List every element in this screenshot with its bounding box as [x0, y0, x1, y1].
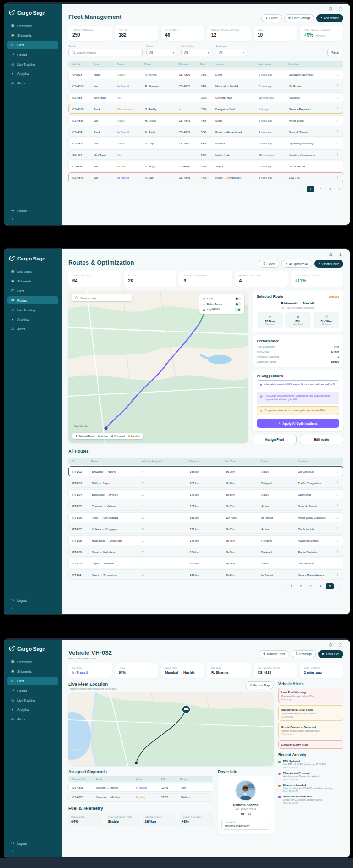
- sidebar-nav-item[interactable]: ▦ Dashboard: [7, 267, 58, 276]
- vehicle-alert[interactable]: Delivery Delay Risk: [278, 740, 343, 749]
- row-menu-icon[interactable]: ⋮: [334, 504, 339, 508]
- table-row[interactable]: CS-4838 Truck Maintenance S. Reddy – 35%…: [68, 104, 343, 114]
- sidebar-nav-item[interactable]: ▣ Shipments: [7, 31, 58, 39]
- row-menu-icon[interactable]: ⋮: [334, 118, 339, 122]
- notifications-bell-icon[interactable]: [329, 7, 333, 11]
- pagination-next[interactable]: ›: [336, 583, 343, 589]
- pagination-page[interactable]: 2: [316, 186, 324, 192]
- sidebar-nav-item[interactable]: ◎ Live Tracking: [7, 306, 58, 314]
- logout-button[interactable]: ↪ Logout: [7, 839, 58, 847]
- table-row[interactable]: CS-4846 Van In Transit A. Nair CS-4845 4…: [68, 172, 343, 182]
- pagination-prev[interactable]: ‹: [297, 186, 305, 192]
- logout-button[interactable]: ↪ Logout: [7, 207, 58, 215]
- filter-select[interactable]: All ▾: [181, 49, 212, 56]
- table-row[interactable]: CS-4841 Truck In Transit M. Patel CS-483…: [68, 127, 343, 137]
- ai-suggestion[interactable]: ⚠ Congestion detected on current path ne…: [257, 406, 339, 415]
- user-profile-icon[interactable]: [338, 7, 342, 11]
- table-row[interactable]: RT-102 Bhiwandi → Nashik 4 168 km 3h 20m…: [68, 466, 343, 476]
- sidebar-nav-item[interactable]: ◐ Analytics: [7, 706, 58, 713]
- sidebar-nav-item[interactable]: ◎ Live Tracking: [7, 60, 58, 68]
- filter-select[interactable]: All ▾: [146, 49, 177, 56]
- table-row[interactable]: RT-108 Hyderabad → Warangal 1 148 km 2h …: [68, 535, 343, 545]
- sidebar-nav-item[interactable]: ◫ Fleet: [7, 677, 58, 685]
- notifications-bell-icon[interactable]: [329, 253, 333, 257]
- pagination-page[interactable]: 1: [287, 583, 295, 589]
- table-row[interactable]: RT-110 Jaipur → Udaipur 2 394 km 7h 15m …: [68, 558, 343, 568]
- row-menu-icon[interactable]: ⋮: [334, 538, 339, 542]
- row-menu-icon[interactable]: ⋮: [334, 153, 339, 156]
- toggle-switch[interactable]: [235, 302, 241, 306]
- sidebar-nav-item[interactable]: ⚠ Alerts: [7, 79, 58, 87]
- pagination-prev[interactable]: ‹: [278, 583, 286, 589]
- sidebar-nav-item[interactable]: ◫ Fleet: [7, 41, 58, 49]
- table-row[interactable]: CS-4839 Van Active H. Desai CS-4843 48% …: [68, 115, 343, 125]
- table-row[interactable]: RT-104 Bangalore → Mysore 3 143 km 2h 50…: [68, 489, 343, 499]
- map-search-input[interactable]: [80, 297, 129, 299]
- search-input[interactable]: [77, 51, 139, 54]
- sidebar-nav-item[interactable]: ▦ Dashboard: [7, 658, 58, 666]
- sidebar-nav-item[interactable]: ◫ Fleet: [7, 287, 58, 295]
- row-menu-icon[interactable]: ⋮: [334, 527, 339, 531]
- table-row[interactable]: RT-111 Kochi → Trivandrum 1 206 km 4h 20…: [68, 569, 343, 580]
- row-menu-icon[interactable]: ⋮: [334, 84, 339, 88]
- table-row[interactable]: CS-4836 Varanasi → Mumbai Pending 23:55 …: [68, 793, 213, 802]
- user-profile-icon[interactable]: [338, 253, 342, 257]
- table-row[interactable]: CS-4842 Van Active K. Singh CS-4840 71% …: [68, 161, 343, 171]
- apply-ai-optimizations-button[interactable]: ⚡ Apply AI Optimizations: [257, 419, 339, 428]
- row-menu-icon[interactable]: ⋮: [334, 130, 339, 133]
- pagination-page[interactable]: 5: [326, 583, 334, 589]
- table-row[interactable]: RT-107 Kolkata → Durgapur 3 171 km 3h 05…: [68, 524, 343, 534]
- email-icon[interactable]: ✉: [248, 813, 251, 816]
- table-row[interactable]: RT-105 Chennai → Vellore 1 139 km 2h 35m…: [68, 501, 343, 511]
- header-action-button[interactable]: ⚡ AI Optimize All: [281, 260, 312, 268]
- sidebar-nav-item[interactable]: ⚠ Alerts: [7, 325, 58, 333]
- vehicle-alert[interactable]: Low Fuel Warning Fuel level dropped belo…: [278, 688, 343, 703]
- header-action-button[interactable]: ▶ Track Live: [318, 650, 343, 658]
- row-menu-icon[interactable]: ⋮: [334, 107, 339, 111]
- row-menu-icon[interactable]: ⋮: [334, 550, 339, 553]
- table-row[interactable]: CS-4835 Mumbai → Nashik In Transit 12:45…: [68, 784, 213, 792]
- sidebar-nav-item[interactable]: ⇄ Routes: [7, 50, 58, 59]
- row-menu-icon[interactable]: ⋮: [334, 176, 339, 179]
- pagination-next[interactable]: ›: [336, 186, 343, 192]
- ai-suggestion[interactable]: ⇄ Alternate route via NH-60 saves 14 min…: [257, 380, 339, 389]
- sidebar-nav-item[interactable]: ⚠ Alerts: [7, 715, 58, 723]
- sidebar-collapse-button[interactable]: ‹: [7, 847, 58, 853]
- route-action-button[interactable]: Assign Fleet: [253, 435, 297, 444]
- sidebar-nav-item[interactable]: ⇄ Routes: [7, 686, 58, 695]
- pagination-page[interactable]: 1: [307, 186, 314, 192]
- row-menu-icon[interactable]: ⋮: [334, 72, 339, 76]
- header-action-button[interactable]: ↻ Reassign: [292, 650, 316, 658]
- filter-select[interactable]: All ▾: [216, 49, 247, 56]
- pagination-page[interactable]: 3: [326, 186, 334, 192]
- sidebar-collapse-button[interactable]: ‹: [7, 215, 58, 221]
- reset-button[interactable]: Reset: [327, 49, 343, 56]
- notifications-bell-icon[interactable]: [329, 643, 333, 647]
- table-row[interactable]: CS-4844 Mini Truck Idle – – 67% Indore H…: [68, 149, 343, 160]
- routes-map[interactable]: ◫ Fleet ⚠ Delay Zones ▤ La: [68, 291, 248, 443]
- table-row[interactable]: RT-109 Surat → Vadodara 2 154 km 3h 00m …: [68, 547, 343, 557]
- vehicle-alert[interactable]: Maintenance Due Soon Scheduled service d…: [278, 705, 343, 721]
- header-action-button[interactable]: + Add Vehicle: [316, 14, 343, 22]
- row-menu-icon[interactable]: ⋮: [334, 470, 339, 473]
- header-action-button[interactable]: ↧ Export: [261, 14, 282, 22]
- row-menu-icon[interactable]: ⋮: [334, 573, 339, 576]
- header-action-button[interactable]: + Create Route: [314, 260, 343, 268]
- pagination-page[interactable]: 3: [307, 583, 314, 589]
- map-layer-toggle-row[interactable]: ▤ Layers: [203, 308, 241, 311]
- row-menu-icon[interactable]: ⋮: [334, 481, 339, 485]
- table-row[interactable]: VH-018 Truck Active A. Verma CS-4836 78%…: [68, 69, 343, 79]
- vehicle-alert[interactable]: Route Deviation Detected Vehicle deviate…: [278, 723, 343, 738]
- map-layer-toggle-row[interactable]: ◫ Fleet: [203, 297, 241, 300]
- user-profile-icon[interactable]: [338, 643, 342, 647]
- pagination-page[interactable]: 4: [316, 583, 324, 589]
- row-menu-icon[interactable]: ⋮: [334, 492, 339, 496]
- sidebar-nav-item[interactable]: ◐ Analytics: [7, 315, 58, 323]
- ai-suggestion[interactable]: ▤ Fuel Efficiency Opportunity. Optimisin…: [257, 392, 339, 404]
- toggle-switch[interactable]: [235, 297, 241, 300]
- table-row[interactable]: CS-4837 Mini Truck Idle – – 92% Chennai …: [68, 92, 343, 102]
- expand-map-button[interactable]: ↗ Expand Map: [245, 681, 274, 689]
- logout-button[interactable]: ↪ Logout: [7, 596, 58, 604]
- header-action-button[interactable]: ↧ Export: [259, 260, 279, 268]
- row-menu-icon[interactable]: ⋮: [334, 164, 339, 168]
